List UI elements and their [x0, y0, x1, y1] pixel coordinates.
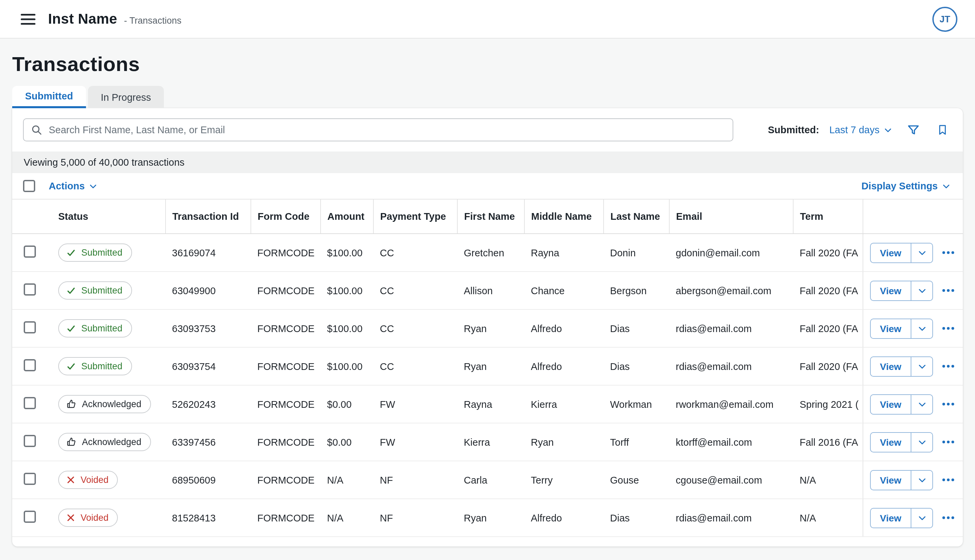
view-button[interactable]: View [870, 242, 911, 263]
cell-actions: View [863, 347, 963, 385]
view-dropdown-button[interactable] [911, 394, 933, 414]
actions-dropdown[interactable]: Actions [49, 180, 99, 192]
date-range-dropdown[interactable]: Last 7 days [830, 124, 894, 136]
more-actions-button[interactable] [940, 358, 956, 374]
cell-actions: View [863, 272, 963, 309]
select-all-checkbox[interactable] [23, 180, 35, 192]
avatar[interactable]: JT [932, 7, 957, 32]
status-badge: Submitted [58, 282, 132, 300]
more-actions-button[interactable] [940, 321, 956, 336]
search-input[interactable] [49, 125, 726, 135]
cell-checkbox [12, 461, 42, 499]
cell-status: Acknowledged [42, 385, 165, 423]
row-actions: View [870, 470, 956, 490]
column-header-checkbox [12, 200, 42, 234]
cell-middle-name: Alfredo [524, 499, 603, 537]
more-actions-button[interactable] [940, 396, 956, 412]
cell-status: Voided [42, 461, 165, 499]
table-row: Submitted36169074FORMCODE$100.00CCGretch… [12, 234, 963, 272]
cell-term: Fall 2020 (FA [793, 234, 863, 272]
more-actions-button[interactable] [940, 510, 956, 525]
view-dropdown-button[interactable] [911, 432, 933, 452]
column-header-term: Term [793, 200, 863, 234]
more-horizontal-icon [940, 510, 956, 525]
cell-payment-type: NF [373, 461, 457, 499]
tab-submitted[interactable]: Submitted [12, 86, 86, 108]
row-checkbox[interactable] [24, 511, 36, 523]
cell-first-name: Rayna [457, 385, 524, 423]
row-actions: View [870, 318, 956, 338]
table-header-row: Status Transaction Id Form Code Amount P… [12, 200, 963, 234]
cell-status: Submitted [42, 272, 165, 309]
cell-transaction-id: 63093754 [165, 347, 251, 385]
cell-status: Voided [42, 499, 165, 537]
column-header-payment-type: Payment Type [373, 200, 457, 234]
search-box[interactable] [23, 118, 733, 142]
view-button[interactable]: View [870, 318, 911, 338]
row-checkbox[interactable] [24, 245, 36, 258]
cell-form-code: FORMCODE [251, 272, 320, 309]
table-row: Voided68950609FORMCODEN/ANFCarlaTerryGou… [12, 461, 963, 499]
hamburger-menu-button[interactable] [18, 9, 38, 29]
cell-middle-name: Rayna [524, 234, 603, 272]
table-row: Submitted63049900FORMCODE$100.00CCAlliso… [12, 272, 963, 309]
x-icon [66, 513, 75, 522]
status-badge: Acknowledged [58, 395, 151, 413]
column-header-transaction-id: Transaction Id [165, 200, 251, 234]
view-button[interactable]: View [870, 470, 911, 490]
cell-form-code: FORMCODE [251, 234, 320, 272]
filter-button[interactable] [904, 120, 923, 139]
view-dropdown-button[interactable] [911, 508, 933, 528]
more-actions-button[interactable] [940, 283, 956, 298]
row-checkbox[interactable] [24, 359, 36, 371]
more-horizontal-icon [940, 434, 956, 450]
view-button[interactable]: View [870, 432, 911, 452]
main-content: Transactions Submitted In Progress Submi… [0, 53, 975, 547]
bookmark-button[interactable] [933, 120, 952, 139]
view-button[interactable]: View [870, 508, 911, 528]
cell-amount: N/A [320, 499, 373, 537]
cell-last-name: Workman [603, 385, 669, 423]
view-button[interactable]: View [870, 280, 911, 301]
view-dropdown-button[interactable] [911, 318, 933, 338]
display-settings-label: Display Settings [861, 181, 938, 192]
row-actions: View [870, 394, 956, 414]
cell-middle-name: Alfredo [524, 309, 603, 347]
display-settings-dropdown[interactable]: Display Settings [861, 180, 952, 192]
cell-form-code: FORMCODE [251, 385, 320, 423]
row-checkbox[interactable] [24, 435, 36, 447]
cell-last-name: Dias [603, 347, 669, 385]
cell-actions: View [863, 309, 963, 347]
chevron-down-icon [916, 398, 928, 410]
view-dropdown-button[interactable] [911, 470, 933, 490]
row-checkbox[interactable] [24, 321, 36, 333]
table-row: Submitted63093753FORMCODE$100.00CCRyanAl… [12, 309, 963, 347]
view-dropdown-button[interactable] [911, 280, 933, 301]
actions-label: Actions [49, 181, 85, 192]
row-checkbox[interactable] [24, 473, 36, 485]
view-button[interactable]: View [870, 394, 911, 414]
cell-status: Submitted [42, 309, 165, 347]
filter-toolbar: Submitted: Last 7 days [12, 108, 963, 152]
more-actions-button[interactable] [940, 472, 956, 488]
cell-status: Submitted [42, 347, 165, 385]
table-row: Acknowledged63397456FORMCODE$0.00FWKierr… [12, 423, 963, 461]
more-actions-button[interactable] [940, 434, 956, 450]
row-checkbox[interactable] [24, 397, 36, 409]
column-header-last-name: Last Name [603, 200, 669, 234]
chevron-down-icon [916, 512, 928, 524]
cell-term: Fall 2020 (FA [793, 272, 863, 309]
check-icon [66, 248, 76, 257]
search-icon [30, 124, 43, 136]
row-checkbox[interactable] [24, 283, 36, 295]
view-dropdown-button[interactable] [911, 242, 933, 263]
cell-form-code: FORMCODE [251, 499, 320, 537]
cell-email: ktorff@email.com [669, 423, 793, 461]
cell-payment-type: NF [373, 499, 457, 537]
cell-payment-type: FW [373, 423, 457, 461]
column-header-middle-name: Middle Name [524, 200, 603, 234]
view-dropdown-button[interactable] [911, 356, 933, 377]
more-actions-button[interactable] [940, 245, 956, 260]
tab-in-progress[interactable]: In Progress [88, 86, 164, 108]
view-button[interactable]: View [870, 356, 911, 377]
